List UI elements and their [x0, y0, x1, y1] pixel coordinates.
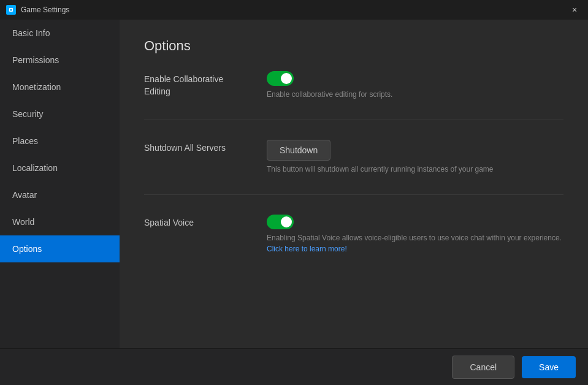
cancel-button[interactable]: Cancel: [452, 356, 514, 379]
spatial-voice-toggle[interactable]: [267, 215, 294, 229]
spatial-voice-learn-more-link[interactable]: Click here to learn more!: [267, 245, 347, 253]
collaborative-editing-label: Enable Collaborative Editing: [144, 74, 254, 97]
save-button[interactable]: Save: [522, 356, 576, 378]
svg-rect-2: [10, 9, 12, 11]
sidebar-item-world[interactable]: World: [0, 208, 120, 235]
sidebar-item-permissions[interactable]: Permissions: [0, 47, 120, 74]
app-icon: [6, 5, 16, 15]
shutdown-description: This button will shutdown all currently …: [267, 164, 563, 175]
page-title: Options: [144, 38, 563, 54]
sidebar-item-basic-info[interactable]: Basic Info: [0, 20, 120, 47]
app-window: Game Settings × Basic Info Permissions M…: [0, 0, 588, 385]
sidebar-item-places[interactable]: Places: [0, 128, 120, 154]
sidebar-item-security[interactable]: Security: [0, 101, 120, 128]
sidebar-item-avatar[interactable]: Avatar: [0, 181, 120, 208]
close-button[interactable]: ×: [566, 1, 583, 18]
option-row-spatial-voice: Spatial Voice Enabling Spatial Voice all…: [144, 215, 563, 274]
sidebar-item-options[interactable]: Options: [0, 235, 120, 262]
footer: Cancel Save: [0, 348, 588, 385]
shutdown-label: Shutdown All Servers: [144, 142, 254, 154]
sidebar: Basic Info Permissions Monetization Secu…: [0, 20, 120, 348]
option-row-shutdown: Shutdown All Servers Shutdown This butto…: [144, 140, 563, 195]
sidebar-item-monetization[interactable]: Monetization: [0, 74, 120, 101]
spatial-voice-label: Spatial Voice: [144, 217, 254, 229]
collaborative-editing-toggle[interactable]: [267, 71, 294, 86]
option-row-collaborative-editing: Enable Collaborative Editing Enable coll…: [144, 71, 563, 120]
title-bar: Game Settings ×: [0, 0, 588, 20]
collaborative-editing-description: Enable collaborative editing for scripts…: [267, 90, 563, 100]
main-content: Basic Info Permissions Monetization Secu…: [0, 20, 588, 348]
title-bar-left: Game Settings: [6, 5, 69, 15]
sidebar-item-localization[interactable]: Localization: [0, 154, 120, 181]
content-area: Options Enable Collaborative Editing: [120, 20, 588, 348]
window-title: Game Settings: [21, 6, 69, 14]
spatial-voice-description: Enabling Spatial Voice allows voice-elig…: [267, 233, 563, 243]
shutdown-button[interactable]: Shutdown: [267, 140, 330, 161]
